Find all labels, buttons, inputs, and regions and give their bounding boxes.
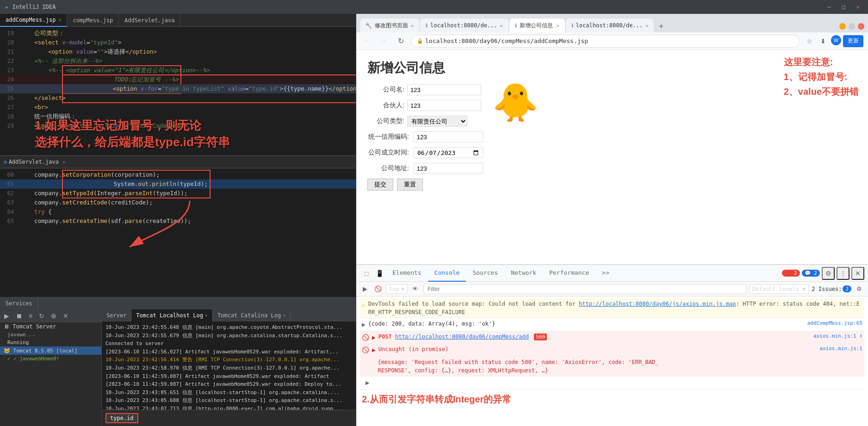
- form-input-corp[interactable]: [407, 100, 481, 111]
- tab-compmess[interactable]: compMess.jsp: [67, 14, 119, 27]
- code-line-26: 26 </select>: [0, 93, 356, 103]
- services-btn-6[interactable]: ✕: [61, 312, 71, 320]
- submit-button[interactable]: 提交: [367, 179, 393, 191]
- console-clear-btn[interactable]: 🚫: [373, 284, 383, 294]
- server-tomcat[interactable]: 🖥 Tomcat Server: [0, 322, 101, 331]
- issues-count: 2 Issues: 2: [812, 285, 851, 292]
- form-input-name[interactable]: [407, 84, 481, 95]
- code-line-62: 62 company.setTypeId(Integer.parseInt(ty…: [0, 189, 356, 198]
- top-selector[interactable]: top ▼: [386, 284, 408, 294]
- form-input-date[interactable]: [414, 147, 483, 158]
- devtools-more-btn[interactable]: ⋮: [837, 267, 849, 280]
- window-maximize[interactable]: □: [838, 4, 849, 10]
- console-source-2[interactable]: axios.min.js:1 ⬇: [809, 333, 862, 340]
- devtools-tab-network[interactable]: Network: [504, 265, 543, 282]
- console-source-1[interactable]: addCompMess.jsp:65: [803, 320, 862, 327]
- browser-tab-close-0[interactable]: ✕: [411, 23, 414, 28]
- server-tomcat-instance[interactable]: 🐱 Tomcat 8.5.85 [local]: [0, 346, 101, 355]
- address-bar[interactable]: 🔒 localhost:8080/day06/compMess/addCompM…: [411, 35, 800, 48]
- form-label-type: 公司类型:: [367, 117, 404, 125]
- browser-tab-close-2[interactable]: ✕: [557, 23, 559, 28]
- browser-tab-favicon-1: ℹ: [426, 23, 428, 29]
- server-webapp[interactable]: ✓ javawebHome0!: [0, 355, 101, 363]
- devtools-tab-elements[interactable]: Elements: [386, 265, 428, 282]
- bookmark-button[interactable]: ☆: [803, 35, 815, 47]
- devtools-tab-sources[interactable]: Sources: [466, 265, 504, 282]
- console-link-1[interactable]: http://localhost:8080/day06/js/axios.min…: [579, 301, 736, 307]
- console-source-3[interactable]: axios.min.js:1: [815, 345, 862, 353]
- default-levels-dropdown[interactable]: Default levels ▼: [749, 284, 809, 294]
- expand-arrow-icon[interactable]: ▶: [366, 378, 369, 388]
- refresh-button[interactable]: ↻: [394, 35, 407, 48]
- devtools-settings-btn[interactable]: ⚙: [822, 267, 835, 280]
- form-row-type: 公司类型: 有限责任公司 股份有限公司: [367, 116, 483, 127]
- console-eye-btn[interactable]: 👁: [410, 284, 421, 294]
- services-btn-2[interactable]: ⏹: [13, 312, 25, 320]
- browser-tab-3[interactable]: ℹ localhost:8080/de... ✕: [566, 19, 654, 32]
- annotation-line1: 这里要注意:: [784, 55, 859, 69]
- services-btn-3[interactable]: ≡: [26, 312, 35, 320]
- browser-tab-2[interactable]: ℹ 新增公司信息 ✕: [509, 19, 565, 32]
- browser-restore[interactable]: □: [849, 23, 855, 30]
- back-button[interactable]: ←: [361, 35, 374, 48]
- services-btn-1[interactable]: ▶: [2, 312, 12, 320]
- log-line-5: 10-Jun-2023 23:42:56.414 警告 [RMI TCP Con…: [105, 356, 352, 364]
- tab-close[interactable]: ✕: [58, 17, 61, 22]
- form-input-credit[interactable]: [414, 131, 483, 142]
- server-running-label: Running: [7, 340, 29, 346]
- issues-num: 2: [843, 285, 851, 292]
- expand-icon-2[interactable]: ▶: [372, 333, 376, 342]
- update-button[interactable]: 更新: [843, 35, 863, 47]
- tab-services[interactable]: Services: [0, 297, 38, 309]
- log-tab-localhost[interactable]: Tomcat Localhost Log ✕: [131, 309, 213, 321]
- browser-minimize[interactable]: —: [839, 23, 846, 30]
- typeid-section: type.id: [102, 410, 356, 426]
- expand-icon-1[interactable]: ▶: [362, 320, 366, 329]
- window-close[interactable]: ✕: [853, 4, 863, 10]
- console-link-2[interactable]: http://localhost:8080/day06/compMess/add: [395, 333, 529, 340]
- console-filter-input[interactable]: [423, 284, 746, 294]
- console-error-detail: {message: 'Request failed with status co…: [360, 357, 864, 377]
- browser-close[interactable]: ✕: [858, 23, 864, 30]
- log-close[interactable]: ✕: [205, 313, 208, 318]
- log-tab-server[interactable]: Server: [102, 309, 131, 321]
- forward-button[interactable]: →: [378, 35, 391, 48]
- browser-tab-close-3[interactable]: ✕: [645, 23, 648, 28]
- code-line-61: 61 System.out.println(typeId);: [0, 179, 356, 189]
- file-close[interactable]: ✕: [62, 160, 65, 165]
- log-tab-catalina[interactable]: Tomcat Catalina Log ✕: [213, 309, 291, 321]
- devtools-inspect-icon[interactable]: ⬚: [360, 267, 373, 280]
- browser-tab-title-0: 修改图书页面: [375, 22, 408, 30]
- console-warning-1: ⚠ DevTools failed to load source map: Co…: [360, 298, 864, 318]
- browser-chrome: 🔧 修改图书页面 ✕ ℹ localhost:8080/de... ✕ ℹ 新增…: [356, 14, 868, 50]
- form-select-type[interactable]: 有限责任公司 股份有限公司: [407, 116, 467, 127]
- devtools-actions: 🚫 2 💬 2 ⚙ ⋮ ✕: [782, 267, 865, 280]
- window-minimize[interactable]: —: [824, 4, 834, 10]
- server-running[interactable]: Running: [0, 339, 101, 346]
- services-btn-4[interactable]: ↻: [37, 312, 47, 320]
- console-run-btn[interactable]: ▶: [360, 284, 370, 294]
- expand-icon-3[interactable]: ▶: [372, 346, 376, 355]
- tab-addservlet[interactable]: AddServlet.java: [119, 14, 180, 27]
- download-button[interactable]: ⬇: [817, 35, 829, 47]
- server-javawe[interactable]: javawe...: [0, 331, 101, 339]
- browser-tab-1[interactable]: ℹ localhost:8080/de... ✕: [420, 19, 508, 32]
- browser-tab-close-1[interactable]: ✕: [500, 23, 503, 28]
- console-gear-btn[interactable]: ⚙: [854, 284, 864, 294]
- reset-button[interactable]: 重置: [397, 179, 423, 191]
- devtools-device-icon[interactable]: 📱: [373, 267, 386, 280]
- code-line-28: 28 统一信用编码：: [0, 112, 356, 121]
- log-catalina-close[interactable]: ✕: [283, 313, 285, 318]
- devtools-tab-performance[interactable]: Performance: [543, 265, 595, 282]
- new-tab-button[interactable]: +: [655, 19, 668, 32]
- browser-tab-0[interactable]: 🔧 修改图书页面 ✕: [360, 19, 419, 32]
- devtools-tab-more[interactable]: >>: [595, 265, 616, 282]
- devtools-tab-console[interactable]: Console: [428, 265, 466, 282]
- app-icon: ✦: [5, 3, 8, 11]
- form-row-date: 公司成立时间:: [367, 147, 483, 158]
- tab-addcompmess[interactable]: addCompMess.jsp ✕: [0, 14, 67, 27]
- devtools-close-btn[interactable]: ✕: [851, 267, 864, 280]
- form-input-addr[interactable]: [414, 163, 483, 174]
- services-btn-5[interactable]: ⊕: [49, 312, 59, 320]
- account-button[interactable]: W: [831, 35, 841, 45]
